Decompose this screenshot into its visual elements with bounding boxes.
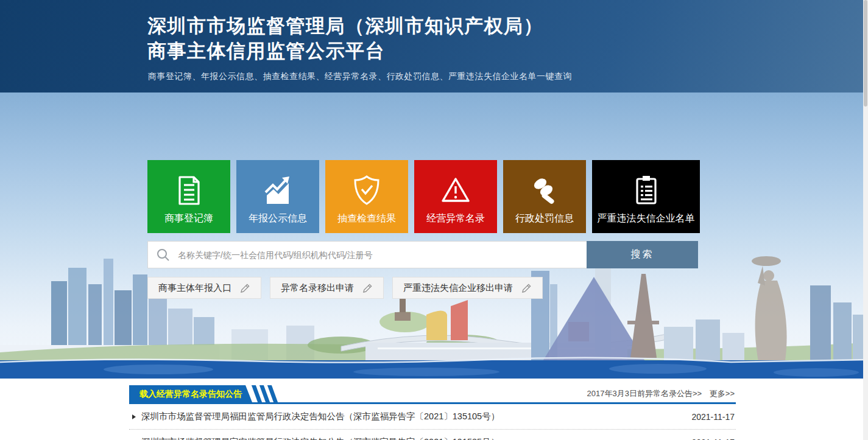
register-book-icon: [147, 167, 230, 214]
tile-label: 商事登记簿: [147, 212, 230, 225]
quick-link-label: 异常名录移出申请: [281, 282, 354, 294]
badge-stripes-decoration: [255, 385, 275, 402]
tile-abnormal-operations[interactable]: 经营异常名录: [414, 160, 497, 233]
list-item: 深圳市市场监督管理局福田监管局行政决定告知公告（深市监福异告字〔2021〕135…: [129, 404, 736, 430]
serious-violation-removal-button[interactable]: 严重违法失信企业移出申请: [392, 277, 543, 299]
announcement-date: 2021-11-17: [691, 412, 735, 422]
tile-administrative-penalty[interactable]: 行政处罚信息: [503, 160, 586, 233]
tile-label: 严重违法失信企业名单: [592, 212, 700, 225]
tile-business-register[interactable]: 商事登记簿: [147, 160, 230, 233]
quick-links: 商事主体年报入口 异常名录移出申请 严重违法失信企业移出申请: [147, 277, 543, 299]
hero-background: [0, 93, 868, 379]
search-input[interactable]: [177, 242, 587, 268]
quick-link-label: 商事主体年报入口: [158, 282, 231, 294]
site-banner: 深圳市市场监督管理局（深圳市知识产权局） 商事主体信用监管公示平台 商事登记簿、…: [0, 0, 868, 93]
announcement-title-link[interactable]: 深圳市市场监督管理局宝安监管局行政决定告知公告（深市监宝异告字〔2021〕191…: [141, 436, 691, 440]
warning-triangle-icon: [414, 167, 497, 214]
more-link[interactable]: 更多>>: [710, 389, 735, 398]
announcement-title-link[interactable]: 深圳市市场监督管理局福田监管局行政决定告知公告（深市监福异告字〔2021〕135…: [141, 411, 691, 422]
search-icon: [156, 248, 171, 262]
pencil-icon: [521, 283, 532, 293]
bullet-arrow-icon: [132, 414, 136, 419]
clipboard-list-icon: [592, 167, 700, 214]
category-tiles: 商事登记簿 年报公示信息 抽查检查结果 经营异: [147, 160, 700, 233]
pre-2017-list-link[interactable]: 2017年3月3日前异常名录公告>>: [587, 389, 702, 398]
pencil-icon: [362, 283, 373, 293]
announcement-header: 载入经营异常名录告知公告 2017年3月3日前异常名录公告>> 更多>>: [129, 385, 736, 404]
announcement-links: 2017年3月3日前异常名录公告>> 更多>>: [587, 388, 735, 399]
site-title-line2: 商事主体信用监管公示平台: [147, 38, 385, 64]
site-subtitle: 商事登记簿、年报公示信息、抽查检查结果、经营异常名录、行政处罚信息、严重违法失信…: [148, 71, 572, 82]
tile-annual-report[interactable]: 年报公示信息: [236, 160, 319, 233]
shield-check-icon: [325, 167, 408, 214]
site-title-line1: 深圳市市场监督管理局（深圳市知识产权局）: [147, 13, 543, 39]
scrollbar-track[interactable]: [863, 0, 868, 440]
tile-serious-violation-list[interactable]: 严重违法失信企业名单: [592, 160, 700, 233]
annual-report-chart-icon: [236, 167, 319, 214]
annual-report-entry-button[interactable]: 商事主体年报入口: [147, 277, 261, 299]
search-button[interactable]: 搜索: [587, 241, 698, 268]
scrollbar-thumb[interactable]: [864, 0, 867, 107]
tile-label: 行政处罚信息: [503, 212, 586, 225]
abnormal-list-removal-button[interactable]: 异常名录移出申请: [270, 277, 384, 299]
list-item: 深圳市市场监督管理局宝安监管局行政决定告知公告（深市监宝异告字〔2021〕191…: [129, 430, 736, 440]
gavel-icon: [503, 167, 586, 214]
search-input-wrap: [147, 241, 587, 268]
announcement-date: 2021-11-17: [691, 438, 735, 440]
tile-label: 经营异常名录: [414, 212, 497, 225]
announcement-section: 载入经营异常名录告知公告 2017年3月3日前异常名录公告>> 更多>> 深圳市…: [129, 385, 736, 440]
search-bar: 搜索: [147, 241, 698, 268]
tile-label: 年报公示信息: [236, 212, 319, 225]
announcement-list: 深圳市市场监督管理局福田监管局行政决定告知公告（深市监福异告字〔2021〕135…: [129, 404, 736, 440]
announcement-badge: 载入经营异常名录告知公告: [129, 385, 252, 402]
quick-link-label: 严重违法失信企业移出申请: [403, 282, 513, 294]
pencil-icon: [240, 283, 250, 293]
tile-inspection-results[interactable]: 抽查检查结果: [325, 160, 408, 233]
tile-label: 抽查检查结果: [325, 212, 408, 225]
